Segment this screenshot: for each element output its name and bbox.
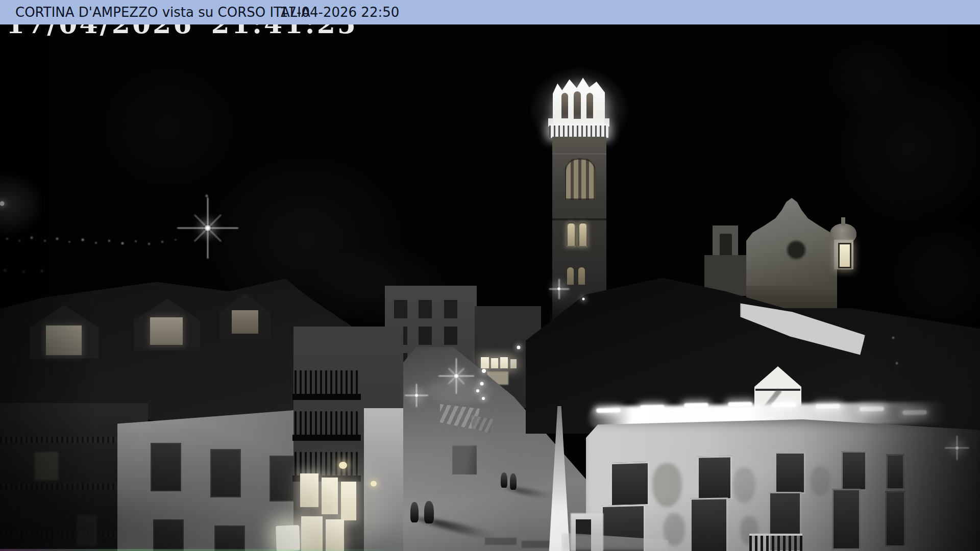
street-lamp-flare (204, 224, 212, 232)
street-lamp-flare (414, 393, 419, 398)
street-lamp (517, 346, 521, 349)
webcam-frame: 17/04/2026 21:41:25 CORTINA D'AMPEZZO vi… (0, 0, 980, 551)
caption-datetime: 17-04-2026 22:50 (280, 5, 399, 20)
sensor-scanline (0, 549, 439, 551)
street-lamp (476, 389, 479, 392)
street-lamp (582, 298, 585, 300)
street-lamp (482, 397, 485, 400)
street-lamp-flare (453, 373, 459, 379)
street-lamp-flare (954, 445, 960, 450)
corner-light (0, 202, 5, 206)
light-dot (896, 362, 898, 364)
light-dot (892, 337, 894, 339)
lights-layer (0, 0, 980, 551)
caption-title: CORTINA D'AMPEZZO vista su CORSO ITALIA (15, 5, 310, 20)
light-dot (861, 340, 863, 342)
caption-bar: CORTINA D'AMPEZZO vista su CORSO ITALIA … (0, 0, 980, 24)
street-lamp (482, 369, 486, 373)
street-lamp-flare (557, 287, 561, 291)
street-lamp (480, 382, 484, 386)
webcam-photo (0, 0, 980, 551)
